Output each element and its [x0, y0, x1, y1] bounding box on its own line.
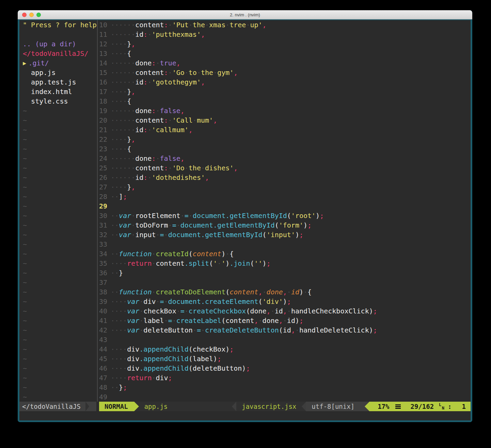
code-line-13[interactable]: 13····{: [99, 49, 471, 58]
code-buffer[interactable]: 10······content:·'Put·the·xmas·tree·up',…: [99, 20, 471, 402]
code-line-46[interactable]: 46····div.appendChild(deleteButton);: [99, 364, 471, 373]
line-number: 20: [99, 115, 111, 125]
tilde-marker: ~: [19, 268, 96, 278]
code-line-27[interactable]: 27····},: [99, 182, 471, 192]
powerline-arrow-icon: [134, 402, 139, 411]
tree-item-git[interactable]: ▸ .git/: [19, 58, 96, 68]
tilde-marker: ~: [19, 344, 96, 354]
line-number: 38: [99, 287, 111, 297]
code-line-23[interactable]: 23····{: [99, 144, 471, 154]
code-line-39[interactable]: 39····var·div·=·document.createElement('…: [99, 297, 471, 306]
tilde-marker: ~: [19, 182, 96, 192]
code-line-34[interactable]: 34··function·createId(content)·{: [99, 249, 471, 259]
code-line-26[interactable]: 26······id:·'dothedishes',: [99, 173, 471, 182]
code-line-28[interactable]: 28··];: [99, 192, 471, 201]
terminal-window: 2. nvim . (nvim) " Press ? for help.. (u…: [18, 10, 472, 422]
tree-item-apptestjs[interactable]: app.test.js: [19, 77, 96, 87]
window-separator[interactable]: [96, 20, 99, 402]
tilde-marker: ~: [19, 220, 96, 230]
code-line-12[interactable]: 12····},: [99, 39, 471, 49]
code-line-16[interactable]: 16······id:·'gotothegym',: [99, 77, 471, 87]
tree-item-appjs[interactable]: app.js: [19, 68, 96, 77]
line-number: 32: [99, 230, 111, 240]
tilde-marker: ~: [19, 163, 96, 173]
line-number: 21: [99, 125, 111, 135]
column-number: 1: [462, 402, 466, 411]
tilde-marker: ~: [19, 249, 96, 259]
tilde-marker: ~: [19, 278, 96, 287]
code-line-32[interactable]: 32··var·input·=·document.getElementById(…: [99, 230, 471, 240]
code-line-35[interactable]: 35····return·content.split('·').join('')…: [99, 259, 471, 268]
code-line-10[interactable]: 10······content:·'Put·the·xmas·tree·up',: [99, 20, 471, 30]
code-line-24[interactable]: 24······done:·false,: [99, 154, 471, 163]
nerdtree-sidebar[interactable]: " Press ? for help.. (up a dir)</todoVan…: [19, 20, 96, 402]
line-number: 26: [99, 173, 111, 182]
code-line-21[interactable]: 21······id:·'callmum',: [99, 125, 471, 135]
code-line-38[interactable]: 38··function·createToDoElement(content,·…: [99, 287, 471, 297]
code-line-19[interactable]: 19······done:·false,: [99, 106, 471, 115]
line-number: 22: [99, 135, 111, 144]
command-line[interactable]: [19, 411, 471, 420]
code-line-48[interactable]: 48··};: [99, 383, 471, 392]
line-number: 18: [99, 96, 111, 106]
line-number: 14: [99, 58, 111, 68]
line-number: 37: [99, 278, 111, 287]
code-line-41[interactable]: 41····var·label·=·createLabel(content,·d…: [99, 316, 471, 325]
code-line-25[interactable]: 25······content:·'Do·the·dishes',: [99, 163, 471, 173]
line-number: 27: [99, 182, 111, 192]
code-line-36[interactable]: 36··}: [99, 268, 471, 278]
code-line-37[interactable]: 37: [99, 278, 471, 287]
window-title: 2. nvim . (nvim): [230, 12, 260, 17]
tree-root[interactable]: </todoVanillaJS/: [19, 49, 96, 58]
code-line-22[interactable]: 22····},: [99, 135, 471, 144]
code-line-49[interactable]: 49: [99, 392, 471, 402]
code-line-14[interactable]: 14······done:·true,: [99, 58, 471, 68]
code-line-33[interactable]: 33: [99, 240, 471, 249]
tilde-marker: ~: [19, 230, 96, 240]
tilde-marker: ~: [19, 306, 96, 316]
line-number: 19: [99, 106, 111, 115]
code-line-31[interactable]: 31··var·toDoForm·=·document.getElementBy…: [99, 220, 471, 230]
minimize-button[interactable]: [29, 13, 34, 17]
tilde-marker: ~: [19, 335, 96, 344]
line-number: 42: [99, 325, 111, 335]
code-line-45[interactable]: 45····div.appendChild(label);: [99, 354, 471, 364]
line-number: 28: [99, 192, 111, 201]
zoom-button[interactable]: [36, 13, 41, 17]
code-line-20[interactable]: 20······content:·'Call·mum',: [99, 115, 471, 125]
code-line-30[interactable]: 30··var·rootElement·=·document.getElemen…: [99, 211, 471, 220]
tilde-marker: ~: [19, 135, 96, 144]
filename-label: app.js: [139, 402, 168, 411]
tilde-marker: ~: [19, 115, 96, 125]
tilde-marker: ~: [19, 192, 96, 201]
terminal-body: " Press ? for help.. (up a dir)</todoVan…: [18, 19, 472, 422]
code-line-42[interactable]: 42····var·deleteButton·=·createDeleteBut…: [99, 325, 471, 335]
code-line-18[interactable]: 18····{: [99, 96, 471, 106]
lines-icon: [395, 404, 401, 409]
tilde-marker: ~: [19, 240, 96, 249]
tree-item-indexhtml[interactable]: index.html: [19, 87, 96, 96]
tree-item-updir[interactable]: .. (up a dir): [19, 39, 96, 49]
line-number: 11: [99, 30, 111, 39]
titlebar[interactable]: 2. nvim . (nvim): [18, 10, 472, 19]
line-number: 43: [99, 335, 111, 344]
line-number: 47: [99, 373, 111, 383]
code-line-15[interactable]: 15······content:·'Go·to·the·gym',: [99, 68, 471, 77]
colon-separator: :: [448, 402, 452, 411]
code-line-43[interactable]: 43: [99, 335, 471, 344]
line-number: 35: [99, 259, 111, 268]
code-line-29[interactable]: 29: [99, 201, 471, 211]
statusline: </todoVanillaJS NORMAL app.js javascript…: [19, 402, 471, 411]
code-line-47[interactable]: 47····return·div;: [99, 373, 471, 383]
powerline-arrow-icon: [302, 402, 306, 411]
line-number: 36: [99, 268, 111, 278]
code-line-11[interactable]: 11······id:·'putthexmas',: [99, 30, 471, 39]
mode-indicator: NORMAL: [99, 402, 134, 411]
tree-item-stylecss[interactable]: style.css: [19, 96, 96, 106]
code-line-44[interactable]: 44····div.appendChild(checkBox);: [99, 344, 471, 354]
code-line-17[interactable]: 17····},: [99, 87, 471, 96]
line-number: 34: [99, 249, 111, 259]
code-line-40[interactable]: 40····var·checkBox·=·createCheckbox(done…: [99, 306, 471, 316]
tilde-marker: ~: [19, 173, 96, 182]
close-button[interactable]: [22, 13, 27, 17]
